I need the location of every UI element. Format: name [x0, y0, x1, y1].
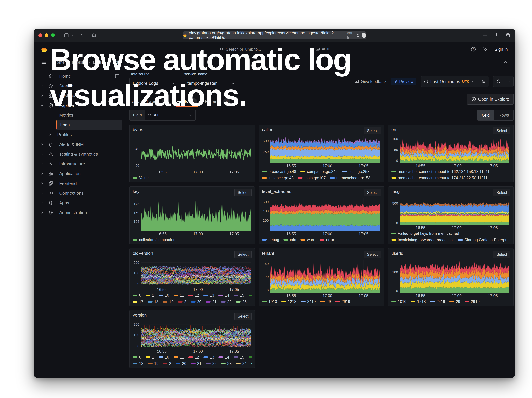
legend-item[interactable]: 24 — [236, 361, 247, 366]
sidebar-item-logs[interactable]: Logs — [56, 120, 122, 130]
legend-item[interactable]: 23 — [221, 361, 232, 366]
legend-item[interactable]: 29 — [320, 299, 331, 304]
legend-item[interactable]: 15 — [234, 355, 244, 360]
search-input[interactable]: Search or jump to... ⌘+k — [216, 44, 332, 55]
tab-fields[interactable]: Fields — [176, 96, 197, 106]
legend-item[interactable]: 1 — [146, 355, 154, 360]
legend-item[interactable]: instance.go:43 — [262, 176, 294, 180]
new-tab-icon[interactable] — [482, 33, 488, 38]
legend-item[interactable]: debug — [262, 237, 279, 242]
sidebar-item-starred[interactable]: Starred — [34, 81, 124, 91]
grid-view-button[interactable]: Grid — [477, 110, 494, 120]
chevron-right-icon[interactable] — [38, 84, 46, 87]
select-button[interactable]: Select — [234, 251, 252, 258]
grafana-logo[interactable] — [40, 45, 48, 53]
sidebar-item-connections[interactable]: Connections — [34, 188, 124, 198]
remove-filter-icon[interactable] — [209, 73, 212, 76]
legend-item[interactable]: 10 — [158, 355, 169, 360]
legend-item[interactable]: 23 — [236, 299, 247, 304]
sidebar-item-testing-synthetics[interactable]: k6Testing & synthetics — [34, 149, 124, 159]
legend-item[interactable]: 19 — [148, 361, 158, 366]
legend-item[interactable]: main.go:107 — [298, 176, 326, 180]
sidebar-item-frontend[interactable]: Frontend — [34, 179, 124, 188]
select-button[interactable]: Select — [234, 189, 252, 196]
preview-badge[interactable]: Preview — [391, 78, 416, 85]
sidebar-item-home[interactable]: Home — [34, 71, 124, 81]
legend-item[interactable]: 2919 — [335, 299, 350, 304]
legend-item[interactable]: error — [320, 237, 334, 242]
chevron-down-icon[interactable] — [38, 104, 46, 107]
menu-icon[interactable] — [41, 60, 46, 65]
back-icon[interactable] — [79, 33, 84, 38]
legend-item[interactable]: 0 — [133, 293, 141, 298]
legend-item[interactable]: 15 — [234, 293, 244, 298]
legend-item[interactable]: 16 — [248, 293, 252, 298]
legend-item[interactable]: info — [284, 237, 296, 242]
field-search-select[interactable]: All — [145, 110, 196, 120]
legend-item[interactable]: 2419 — [301, 299, 316, 304]
sidebar-item-infrastructure[interactable]: Infrastructure — [34, 159, 124, 169]
legend-item[interactable]: 21 — [191, 361, 202, 366]
legend-item[interactable]: 1218 — [281, 299, 297, 304]
legend-item[interactable]: 2 — [163, 361, 171, 366]
legend-item[interactable]: 14 — [218, 355, 229, 360]
legend-item[interactable]: 29 — [450, 299, 460, 304]
legend-item[interactable]: 20 — [191, 299, 202, 304]
legend-item[interactable]: memcached.go:153 — [330, 176, 370, 180]
legend-item[interactable]: 16 — [248, 355, 252, 360]
home-icon[interactable] — [91, 33, 96, 38]
sidebar-toggle-icon[interactable] — [64, 33, 69, 38]
bytes-chart[interactable]: 4020 — [133, 135, 252, 170]
sidebar-item-apps[interactable]: Apps — [34, 198, 124, 208]
sidebar-item-explore[interactable]: Explore — [34, 100, 124, 110]
chevron-right-icon[interactable] — [38, 211, 46, 214]
give-feedback-button[interactable]: Give feedback — [355, 79, 386, 84]
news-icon[interactable] — [483, 47, 488, 52]
legend-item[interactable]: broadcast.go:48 — [262, 169, 296, 174]
chevron-right-icon[interactable] — [46, 133, 54, 136]
select-button[interactable]: Select — [493, 189, 510, 196]
sidebar-item-dashboards[interactable]: Dashboards — [34, 91, 124, 100]
url-bar[interactable]: play.grafana.org/a/grafana-lokiexplore-a… — [183, 31, 366, 39]
select-button[interactable]: Select — [493, 251, 510, 258]
sidebar-item-alerts-irm[interactable]: Alerts & IRM — [34, 139, 124, 149]
legend-item[interactable]: 18 — [133, 361, 143, 366]
legend-item[interactable]: 11 — [173, 355, 184, 360]
legend-item[interactable]: 10 — [158, 293, 169, 298]
legend-item[interactable]: 0 — [133, 355, 141, 360]
select-button[interactable]: Select — [364, 127, 381, 134]
key-chart[interactable]: 175150125 — [133, 197, 252, 231]
legend-item[interactable]: 17 — [133, 299, 143, 304]
maximize-window-button[interactable] — [51, 33, 55, 37]
caller-chart[interactable]: 500250 — [262, 135, 381, 163]
legend-item[interactable]: flush.go:253 — [342, 169, 369, 174]
refresh-interval-button[interactable] — [504, 76, 513, 87]
chevron-right-icon[interactable] — [38, 182, 46, 185]
breadcrumb-item[interactable]: Fields — [109, 60, 120, 65]
sidebar-item-profiles[interactable]: Profiles — [34, 130, 124, 139]
legend-item[interactable]: 2419 — [430, 299, 445, 304]
sidebar-item-administration[interactable]: Administration — [34, 208, 124, 218]
legend-item[interactable]: 21 — [206, 299, 216, 304]
select-button[interactable]: Select — [234, 313, 252, 320]
tab-labels[interactable]: Labels — [147, 96, 169, 106]
chevron-right-icon[interactable] — [38, 192, 46, 195]
sign-in-link[interactable]: Sign in — [494, 47, 508, 52]
sidebar-item-metrics[interactable]: Metrics — [34, 110, 124, 120]
chevron-right-icon[interactable] — [38, 162, 46, 166]
help-icon[interactable]: ? — [471, 47, 476, 52]
url-more-icon[interactable] — [362, 33, 366, 38]
legend-item[interactable]: Failed to get keys from memcached — [392, 231, 459, 236]
chevron-right-icon[interactable] — [38, 94, 46, 97]
legend-item[interactable]: 1010 — [262, 299, 277, 304]
legend-item[interactable]: 12 — [188, 355, 199, 360]
userid-chart[interactable]: 1000 — [392, 259, 510, 293]
legend-item[interactable]: 1010 — [392, 299, 406, 304]
chevron-right-icon[interactable] — [38, 143, 46, 146]
select-button[interactable]: Select — [364, 251, 381, 258]
breadcrumb-item[interactable]: Explore — [72, 60, 86, 65]
tab-logs[interactable]: Logs — [129, 96, 139, 106]
legend-item[interactable]: memcache: connect timeout to 174.213.22.… — [392, 176, 488, 180]
select-button[interactable]: Select — [364, 189, 381, 196]
legend-item[interactable]: Value — [133, 176, 149, 180]
